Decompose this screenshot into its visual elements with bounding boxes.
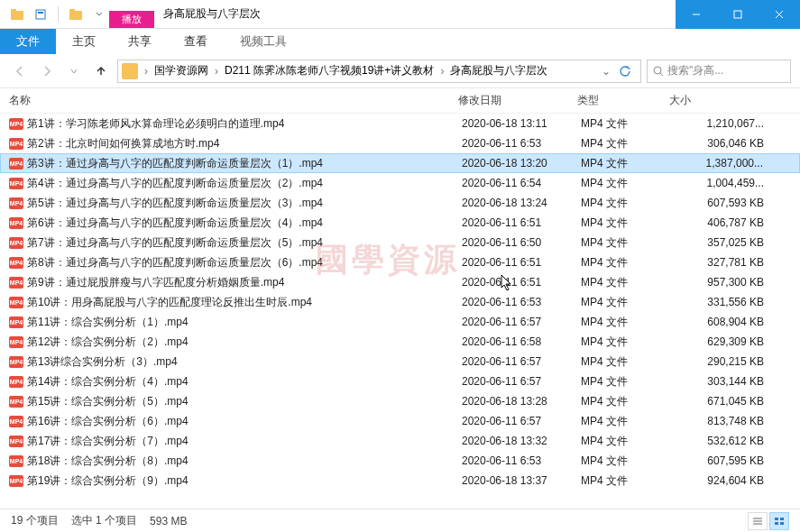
file-size: 357,025 KB [673,236,800,249]
svg-rect-16 [780,518,784,520]
tab-file[interactable]: 文件 [0,29,56,54]
file-type: MP4 文件 [581,473,673,489]
file-row[interactable]: MP4第8讲：通过身高与八字的匹配度判断命运质量层次（6）.mp42020-06… [0,252,800,272]
file-size: 1,210,067... [673,117,800,130]
mp4-icon: MP4 [9,297,23,308]
chevron-right-icon[interactable]: › [437,65,446,78]
file-row[interactable]: MP4第16讲：综合实例分析（6）.mp42020-06-11 6:57MP4 … [0,411,800,431]
file-row[interactable]: MP4第4讲：通过身高与八字的匹配度判断命运质量层次（2）.mp42020-06… [0,173,800,193]
column-date[interactable]: 修改日期 [458,93,577,108]
file-size: 303,144 KB [673,375,800,388]
file-date: 2020-06-18 13:11 [462,117,581,130]
breadcrumb-seg-3[interactable]: 身高屁股与八字层次 [446,63,551,78]
file-row[interactable]: MP4第17讲：综合实例分析（7）.mp42020-06-18 13:32MP4… [0,431,800,451]
file-name: 第18讲：综合实例分析（8）.mp4 [27,454,462,469]
file-row[interactable]: MP4第18讲：综合实例分析（8）.mp42020-06-11 6:53MP4 … [0,451,800,471]
svg-rect-17 [775,522,778,525]
file-type: MP4 文件 [581,196,673,211]
file-type: MP4 文件 [581,454,673,469]
file-name: 第11讲：综合实例分析（1）.mp4 [27,315,462,330]
file-date: 2020-06-11 6:57 [462,415,581,427]
window-title: 身高屁股与八字层次 [154,0,676,28]
file-type: MP4 文件 [581,235,673,251]
file-row[interactable]: MP4第3讲：通过身高与八字的匹配度判断命运质量层次（1）.mp42020-06… [0,153,800,173]
file-date: 2020-06-11 6:51 [462,276,581,289]
properties-icon[interactable] [31,5,51,24]
minimize-button[interactable] [676,0,717,29]
svg-line-11 [660,73,663,76]
file-row[interactable]: MP4第1讲：学习陈老师风水算命理论必须明白的道理.mp42020-06-18 … [0,114,800,133]
refresh-button[interactable] [613,65,637,78]
search-input[interactable]: 搜索"身高... [647,60,791,83]
file-name: 第15讲：综合实例分析（5）.mp4 [27,394,462,409]
file-size: 532,612 KB [673,435,800,447]
file-type: MP4 文件 [581,136,673,151]
mp4-icon: MP4 [9,475,23,487]
up-button[interactable] [90,60,112,82]
recent-dropdown[interactable] [63,60,85,82]
file-size: 813,748 KB [673,415,800,427]
breadcrumb-seg-1[interactable]: 国学资源网 [151,63,212,78]
file-row[interactable]: MP4第12讲：综合实例分析（2）.mp42020-06-11 6:58MP4 … [0,332,800,352]
svg-rect-2 [36,10,45,19]
breadcrumb-seg-2[interactable]: D211 陈霁冰陈老师八字视频19讲+讲义教材 [221,63,437,78]
details-view-button[interactable] [748,512,768,530]
forward-button[interactable] [36,60,58,82]
file-name: 第7讲：通过身高与八字的匹配度判断命运质量层次（5）.mp4 [27,235,462,251]
search-icon [653,66,664,77]
file-size: 629,309 KB [673,335,800,348]
file-type: MP4 文件 [581,176,673,191]
file-date: 2020-06-11 6:53 [462,137,581,150]
file-row[interactable]: MP4第7讲：通过身高与八字的匹配度判断命运质量层次（5）.mp42020-06… [0,233,800,252]
chevron-right-icon[interactable]: › [142,65,151,78]
thumbnails-view-button[interactable] [769,512,789,530]
file-date: 2020-06-11 6:53 [462,454,581,467]
mp4-icon: MP4 [9,376,23,388]
quick-access-toolbar [0,0,109,28]
file-name: 第17讲：综合实例分析（7）.mp4 [27,434,462,449]
column-size[interactable]: 大小 [669,93,800,108]
file-row[interactable]: MP4第14讲：综合实例分析（4）.mp42020-06-11 6:57MP4 … [0,371,800,391]
tab-video-tools[interactable]: 视频工具 [224,29,303,54]
file-name: 第3讲：通过身高与八字的匹配度判断命运质量层次（1）.mp4 [27,156,462,171]
tab-home[interactable]: 主页 [56,29,112,54]
view-toggle [748,512,789,530]
column-name[interactable]: 名称 [9,93,458,108]
close-button[interactable] [759,0,800,29]
file-row[interactable]: MP4第2讲：北京时间如何换算成地方时.mp42020-06-11 6:53MP… [0,133,800,153]
file-list[interactable]: MP4第1讲：学习陈老师风水算命理论必须明白的道理.mp42020-06-18 … [0,114,800,491]
file-row[interactable]: MP4第5讲：通过身高与八字的匹配度判断命运质量层次（3）.mp42020-06… [0,193,800,213]
status-size: 593 MB [150,515,187,527]
column-type[interactable]: 类型 [577,93,669,108]
file-type: MP4 文件 [581,315,673,330]
back-button[interactable] [9,60,31,82]
file-date: 2020-06-11 6:57 [462,375,581,388]
file-name: 第6讲：通过身高与八字的匹配度判断命运质量层次（4）.mp4 [27,216,462,231]
file-size: 306,046 KB [673,137,800,150]
file-row[interactable]: MP4第10讲：用身高屁股与八字的匹配度理论反推出生时辰.mp42020-06-… [0,292,800,312]
mp4-icon: MP4 [9,217,23,229]
tab-view[interactable]: 查看 [168,29,224,54]
contextual-tab-group: 播放 [109,0,154,28]
file-row[interactable]: MP4第9讲：通过屁股胖瘦与八字匹配度分析婚姻质量.mp42020-06-11 … [0,272,800,292]
new-folder-icon[interactable] [66,5,86,24]
tab-share[interactable]: 共享 [112,29,168,54]
file-date: 2020-06-11 6:51 [462,216,581,229]
breadcrumb[interactable]: › 国学资源网 › D211 陈霁冰陈老师八字视频19讲+讲义教材 › 身高屁股… [117,60,641,83]
file-row[interactable]: MP4第19讲：综合实例分析（9）.mp42020-06-18 13:37MP4… [0,471,800,491]
maximize-button[interactable] [717,0,759,29]
file-size: 1,004,459... [673,177,800,189]
file-name: 第19讲：综合实例分析（9）.mp4 [27,473,462,489]
file-row[interactable]: MP4第13讲综合实例分析（3）.mp42020-06-11 6:57MP4 文… [0,352,800,371]
status-selection: 选中 1 个项目 [71,513,137,528]
file-name: 第2讲：北京时间如何换算成地方时.mp4 [27,136,462,151]
file-row[interactable]: MP4第6讲：通过身高与八字的匹配度判断命运质量层次（4）.mp42020-06… [0,213,800,233]
file-name: 第13讲综合实例分析（3）.mp4 [27,354,462,370]
file-date: 2020-06-11 6:54 [462,177,581,189]
file-row[interactable]: MP4第15讲：综合实例分析（5）.mp42020-06-18 13:28MP4… [0,391,800,411]
file-row[interactable]: MP4第11讲：综合实例分析（1）.mp42020-06-11 6:57MP4 … [0,312,800,332]
svg-rect-7 [734,11,741,18]
qat-dropdown-icon[interactable] [89,5,109,24]
chevron-right-icon[interactable]: › [212,65,221,78]
history-dropdown-icon[interactable]: ⌄ [599,65,613,78]
